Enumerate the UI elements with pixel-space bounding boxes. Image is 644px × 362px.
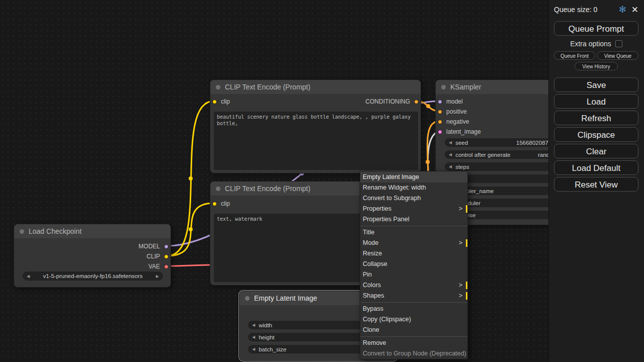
- submenu-highlight-bar: [466, 239, 467, 247]
- menu-item-bypass[interactable]: Bypass: [360, 304, 467, 314]
- context-menu-header: Empty Latent Image: [360, 171, 467, 183]
- submenu-arrow-icon: >: [459, 204, 462, 214]
- input-port-clip[interactable]: clip: [212, 200, 230, 208]
- menu-separator: [360, 226, 467, 226]
- conditioning-port-dot-icon: [438, 110, 442, 114]
- decrement-arrow-icon[interactable]: ◀: [449, 152, 452, 157]
- queue-front-button[interactable]: Queue Front: [554, 51, 595, 60]
- widget-value: v1-5-pruned-emaonly-fp16.safetensors: [30, 273, 156, 279]
- load-default-button[interactable]: Load Default: [554, 160, 638, 175]
- node-title-bar[interactable]: CLIP Text Encode (Prompt): [210, 80, 421, 94]
- menu-item-pin[interactable]: Pin: [360, 269, 467, 280]
- menu-item-properties[interactable]: Properties >: [360, 204, 467, 214]
- node-title: KSampler: [450, 83, 481, 91]
- conditioning-port-dot-icon: [438, 120, 442, 124]
- close-panel-icon[interactable]: ✕: [631, 5, 638, 15]
- output-port-conditioning[interactable]: CONDITIONING: [365, 98, 419, 106]
- save-button[interactable]: Save: [554, 77, 638, 92]
- decrement-arrow-icon[interactable]: ◀: [449, 140, 452, 145]
- menu-item-resize[interactable]: Resize: [360, 248, 467, 259]
- node-status-dot-icon: [441, 85, 446, 89]
- submenu-arrow-icon: >: [459, 291, 462, 301]
- clip-port-dot-icon: [164, 254, 169, 259]
- menu-item-colors[interactable]: Colors >: [360, 280, 467, 291]
- decrement-arrow-icon[interactable]: ◀: [252, 335, 255, 339]
- node-clip-text-encode-positive: CLIP Text Encode (Prompt) clip CONDITION…: [210, 79, 421, 173]
- input-port-clip[interactable]: clip: [212, 98, 230, 106]
- clipspace-button[interactable]: Clipspace: [554, 127, 638, 142]
- widget-ckpt-name[interactable]: ◀ v1-5-pruned-emaonly-fp16.safetensors ▶: [23, 272, 163, 281]
- output-port-vae[interactable]: VAE: [148, 262, 169, 270]
- menu-item-convert-to-subgraph[interactable]: Convert to Subgraph: [360, 193, 467, 204]
- model-port-dot-icon: [438, 100, 442, 104]
- node-title: Load Checkpoint: [29, 227, 82, 235]
- input-port-positive[interactable]: positive: [438, 108, 467, 116]
- node-title: CLIP Text Encode (Prompt): [225, 83, 310, 91]
- reset-view-button[interactable]: Reset View: [554, 177, 638, 192]
- view-history-button[interactable]: View History: [575, 62, 618, 70]
- clear-button[interactable]: Clear: [554, 144, 638, 158]
- submenu-highlight-bar: [466, 292, 467, 300]
- latent-port-dot-icon: [438, 130, 442, 134]
- extra-options-label: Extra options: [570, 40, 611, 48]
- input-port-latent-image[interactable]: latent_image: [438, 128, 481, 136]
- decrement-arrow-icon[interactable]: ◀: [252, 347, 255, 351]
- settings-icon[interactable]: ✻: [619, 4, 626, 15]
- node-load-checkpoint: Load Checkpoint MODEL CLIP VAE ◀ v1-5-pr…: [14, 224, 171, 288]
- decrement-arrow-icon[interactable]: ◀: [449, 164, 452, 169]
- node-context-menu: Empty Latent Image Rename Widget: width …: [360, 171, 468, 359]
- vae-port-dot-icon: [164, 264, 169, 269]
- submenu-arrow-icon: >: [459, 280, 462, 291]
- menu-item-shapes[interactable]: Shapes >: [360, 291, 467, 301]
- node-status-dot-icon: [216, 187, 220, 191]
- clip-port-dot-icon: [212, 202, 217, 206]
- node-status-dot-icon: [216, 85, 220, 89]
- widget-value: 1566802087: [516, 140, 548, 146]
- output-port-model[interactable]: MODEL: [138, 242, 169, 250]
- submenu-arrow-icon: >: [459, 238, 462, 248]
- model-port-dot-icon: [164, 244, 169, 249]
- refresh-button[interactable]: Refresh: [554, 111, 638, 125]
- node-status-dot-icon: [245, 296, 250, 301]
- clip-port-dot-icon: [212, 100, 217, 104]
- conditioning-port-dot-icon: [414, 100, 419, 104]
- input-port-negative[interactable]: negative: [438, 118, 469, 126]
- input-port-model[interactable]: model: [438, 98, 463, 106]
- decrement-arrow-icon[interactable]: ◀: [252, 323, 255, 327]
- extra-options-checkbox[interactable]: [615, 40, 622, 47]
- load-button[interactable]: Load: [554, 94, 638, 109]
- menu-item-remove[interactable]: Remove: [360, 338, 467, 348]
- menu-item-convert-to-group-node[interactable]: Convert to Group Node (Deprecated): [360, 348, 467, 359]
- submenu-highlight-bar: [466, 282, 467, 289]
- menu-item-copy-clipspace[interactable]: Copy (Clipspace): [360, 314, 467, 325]
- menu-separator: [360, 336, 467, 337]
- menu-item-collapse[interactable]: Collapse: [360, 259, 467, 269]
- node-status-dot-icon: [20, 229, 24, 234]
- menu-item-clone[interactable]: Clone: [360, 325, 467, 335]
- node-title: CLIP Text Encode (Prompt): [225, 185, 310, 193]
- menu-item-rename-widget[interactable]: Rename Widget: width: [360, 183, 467, 193]
- next-arrow-icon[interactable]: ▶: [156, 274, 159, 279]
- menu-separator: [360, 302, 467, 303]
- menu-item-mode[interactable]: Mode >: [360, 238, 467, 248]
- output-port-clip[interactable]: CLIP: [146, 252, 169, 260]
- menu-item-title[interactable]: Title: [360, 227, 467, 238]
- submenu-highlight-bar: [466, 205, 467, 213]
- view-queue-button[interactable]: View Queue: [597, 51, 638, 60]
- queue-size-label: Queue size: 0: [554, 6, 597, 14]
- prompt-text-area[interactable]: beautiful scenery nature glass bottle la…: [214, 112, 418, 170]
- node-title-bar[interactable]: Load Checkpoint: [14, 224, 171, 238]
- queue-prompt-button[interactable]: Queue Prompt: [554, 21, 638, 36]
- node-title: Empty Latent Image: [254, 294, 317, 302]
- comfy-menu-panel: Queue size: 0 ✻ ✕ Queue Prompt Extra opt…: [548, 0, 644, 362]
- menu-item-properties-panel[interactable]: Properties Panel: [360, 214, 467, 225]
